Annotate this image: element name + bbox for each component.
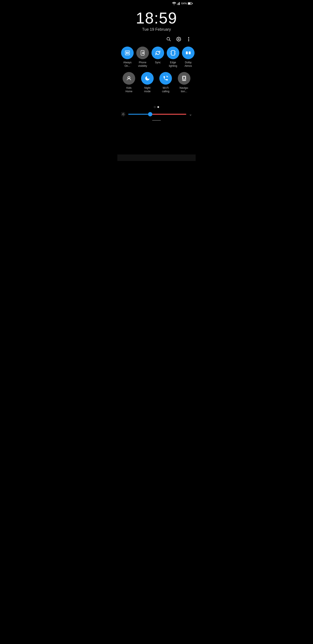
- home-indicator: [117, 118, 196, 122]
- kids-home-label: KidsHome: [125, 86, 132, 93]
- svg-rect-15: [126, 52, 127, 54]
- always-on-icon-bg: [121, 46, 134, 59]
- qs-phone-visibility[interactable]: Phonevisibility: [136, 46, 149, 68]
- qs-wifi-calling[interactable]: Wi-Ficalling: [158, 72, 174, 93]
- svg-point-12: [188, 39, 189, 40]
- navigation-icon-bg: [178, 72, 190, 85]
- home-bar: [152, 120, 161, 121]
- svg-line-9: [169, 40, 170, 41]
- clock-date: Tue 19 February: [117, 27, 196, 32]
- status-icons: 64%: [172, 2, 193, 5]
- settings-button[interactable]: [176, 36, 181, 42]
- clock-time: 18:59: [117, 10, 196, 26]
- qs-row-1: AlwaysOn... Phonevisibility: [121, 46, 192, 68]
- svg-point-11: [188, 37, 189, 38]
- svg-rect-2: [178, 3, 178, 5]
- clock-area: 18:59 Tue 19 February: [117, 6, 196, 34]
- svg-rect-31: [183, 77, 185, 79]
- night-mode-icon-bg: [141, 72, 154, 85]
- svg-point-27: [128, 77, 129, 78]
- navigation-label: Naviga-tion...: [180, 86, 188, 93]
- svg-rect-3: [178, 2, 179, 5]
- svg-line-39: [122, 116, 122, 116]
- svg-point-10: [178, 38, 179, 40]
- search-button[interactable]: [166, 36, 171, 42]
- page-dot-2: [157, 106, 159, 108]
- brightness-bar[interactable]: ⌄: [117, 110, 196, 118]
- qs-navigation[interactable]: Naviga-tion...: [176, 72, 192, 93]
- svg-rect-24: [186, 52, 188, 54]
- svg-rect-19: [171, 50, 175, 55]
- kids-home-icon-bg: [123, 72, 135, 85]
- svg-point-32: [122, 114, 124, 115]
- qs-dolby-atmos[interactable]: DolbyAtmos: [182, 46, 195, 68]
- svg-point-18: [142, 52, 144, 54]
- qs-sync[interactable]: Sync: [151, 46, 164, 68]
- phone-visibility-label: Phonevisibility: [138, 61, 147, 68]
- svg-rect-30: [183, 80, 185, 80]
- qs-always-on[interactable]: AlwaysOn...: [121, 46, 134, 68]
- svg-rect-4: [179, 2, 180, 5]
- qs-row-2: KidsHome Nightmode Wi-Ficalling: [121, 72, 192, 93]
- svg-rect-16: [128, 52, 128, 54]
- brightness-slider-track[interactable]: [128, 114, 186, 115]
- wifi-calling-icon-bg: [159, 72, 172, 85]
- svg-point-28: [129, 77, 130, 78]
- wifi-icon: [172, 2, 176, 5]
- svg-line-35: [122, 113, 122, 113]
- qs-night-mode[interactable]: Nightmode: [139, 72, 156, 93]
- brightness-expand-button[interactable]: ⌄: [189, 112, 192, 116]
- phone-visibility-icon-bg: [136, 46, 149, 59]
- page-dots: [117, 106, 196, 108]
- svg-rect-1: [177, 4, 177, 5]
- edge-lighting-label: Edgelighting: [169, 61, 177, 68]
- always-on-label: AlwaysOn...: [123, 61, 131, 68]
- svg-rect-25: [189, 52, 191, 54]
- svg-rect-14: [125, 51, 130, 55]
- battery-percentage: 64%: [181, 2, 187, 5]
- status-bar: 64%: [117, 0, 196, 6]
- dolby-atmos-label: DolbyAtmos: [185, 61, 192, 68]
- brightness-icon: [121, 112, 126, 116]
- svg-rect-6: [192, 3, 193, 4]
- quick-settings: AlwaysOn... Phonevisibility: [117, 44, 196, 100]
- more-options-button[interactable]: [186, 36, 191, 42]
- night-mode-label: Nightmode: [144, 86, 151, 93]
- edge-lighting-icon-bg: [167, 46, 179, 59]
- svg-point-13: [188, 40, 189, 41]
- qs-kids-home[interactable]: KidsHome: [121, 72, 137, 93]
- sync-label: Sync: [155, 61, 161, 64]
- svg-point-0: [174, 4, 174, 5]
- brightness-slider-thumb[interactable]: [148, 112, 152, 116]
- page-dot-1: [154, 106, 156, 108]
- bottom-nav: [117, 154, 196, 161]
- battery-icon: [188, 2, 193, 5]
- signal-icon: [177, 2, 180, 5]
- wifi-calling-label: Wi-Ficalling: [162, 86, 169, 93]
- dolby-atmos-icon-bg: [182, 46, 195, 59]
- svg-rect-7: [188, 2, 190, 4]
- toolbar: [117, 34, 196, 44]
- sync-icon-bg: [151, 46, 164, 59]
- qs-edge-lighting[interactable]: Edgelighting: [167, 46, 180, 68]
